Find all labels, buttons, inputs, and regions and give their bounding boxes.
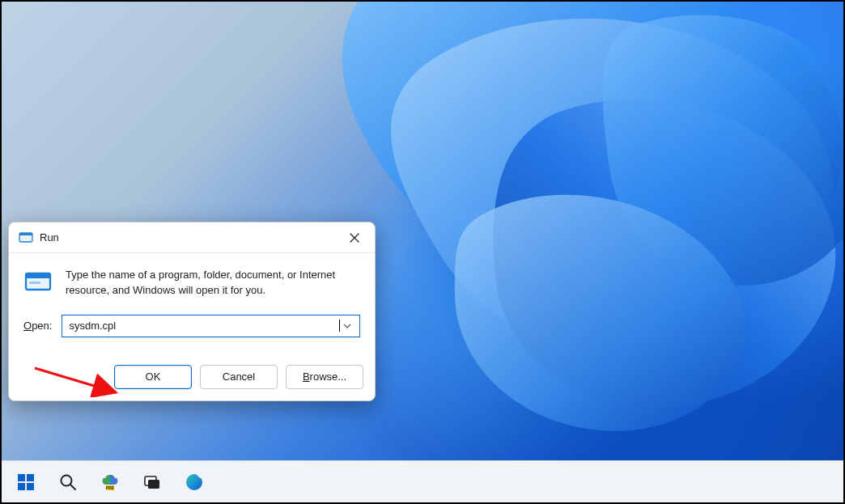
button-row: OK Cancel Browse...: [9, 344, 375, 400]
svg-rect-1: [19, 233, 32, 235]
task-view-button[interactable]: [139, 469, 165, 495]
svg-rect-4: [29, 282, 40, 284]
close-icon: [350, 233, 359, 243]
open-input-value[interactable]: sysdm.cpl: [69, 320, 339, 332]
edge-icon: [185, 472, 204, 492]
svg-rect-15: [148, 480, 159, 489]
open-combobox[interactable]: sysdm.cpl: [62, 315, 360, 337]
edge-button[interactable]: [181, 469, 207, 495]
browse-button[interactable]: Browse...: [286, 365, 363, 389]
search-button[interactable]: [55, 469, 81, 495]
dialog-title: Run: [40, 231, 59, 244]
close-button[interactable]: [342, 226, 367, 250]
svg-rect-3: [26, 273, 50, 278]
titlebar[interactable]: Run: [9, 222, 375, 253]
start-button[interactable]: [13, 469, 39, 495]
run-dialog: Run Type the name of a program, folder, …: [8, 222, 376, 401]
dialog-content: Type the name of a program, folder, docu…: [9, 253, 375, 303]
ok-button[interactable]: OK: [114, 365, 192, 389]
office-pre-icon: PRE: [100, 472, 120, 492]
run-icon: [23, 268, 53, 297]
svg-rect-9: [27, 483, 34, 490]
open-row: Open: sysdm.cpl: [9, 303, 375, 344]
chevron-down-icon[interactable]: [340, 322, 355, 330]
svg-rect-7: [27, 474, 34, 481]
svg-text:PRE: PRE: [106, 485, 115, 490]
run-titlebar-icon: [19, 231, 33, 245]
dialog-description: Type the name of a program, folder, docu…: [66, 268, 341, 299]
office-pre-button[interactable]: PRE: [97, 469, 123, 495]
taskbar: PRE: [2, 460, 843, 502]
svg-rect-6: [18, 474, 25, 481]
svg-line-11: [70, 485, 75, 489]
windows-start-icon: [16, 472, 36, 492]
cancel-button[interactable]: Cancel: [200, 365, 278, 389]
task-view-icon: [142, 472, 162, 492]
open-label: Open:: [23, 320, 52, 332]
svg-rect-8: [18, 483, 25, 490]
search-icon: [58, 472, 78, 492]
